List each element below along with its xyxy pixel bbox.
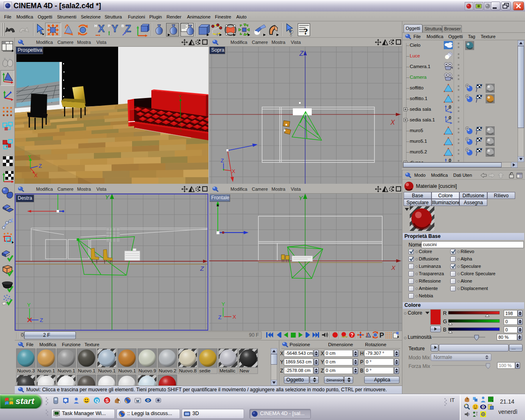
- svg-text:Metallic: Metallic: [219, 368, 235, 373]
- svg-text:Nuovo.1: Nuovo.1: [58, 368, 75, 373]
- svg-text:X: X: [34, 172, 38, 178]
- svg-text:sedie: sedie: [199, 368, 211, 373]
- svg-text:?: ?: [304, 26, 308, 36]
- svg-text:X: X: [233, 314, 236, 320]
- svg-text:Nuovo.1: Nuovo.1: [78, 368, 96, 373]
- svg-text:Z: Z: [39, 163, 42, 169]
- svg-text:0: 0: [449, 116, 451, 120]
- svg-text:S: S: [105, 398, 109, 404]
- svg-text:Z: Z: [125, 23, 131, 34]
- svg-text:Q: Q: [95, 398, 99, 404]
- svg-text:Nuovo.1: Nuovo.1: [98, 368, 116, 373]
- svg-text:Nuovo.1: Nuovo.1: [37, 368, 55, 373]
- svg-text:X: X: [391, 264, 396, 271]
- svg-text:Y: Y: [28, 154, 31, 159]
- svg-text:?: ?: [351, 332, 354, 338]
- svg-text:P: P: [379, 331, 384, 339]
- svg-text:?: ?: [289, 29, 293, 37]
- svg-text:B: B: [121, 24, 124, 28]
- svg-text:Nuovo.8: Nuovo.8: [179, 368, 196, 373]
- svg-text:X: X: [390, 119, 395, 126]
- svg-text:Y: Y: [299, 194, 303, 201]
- svg-text:Y: Y: [112, 23, 118, 34]
- svg-text:M: M: [136, 399, 139, 403]
- svg-text:Nuovo.9: Nuovo.9: [139, 368, 156, 373]
- svg-text:H: H: [94, 24, 97, 28]
- svg-text:Y: Y: [179, 94, 181, 98]
- svg-text:X: X: [98, 23, 105, 34]
- svg-text:X: X: [232, 168, 235, 174]
- svg-text:Nuovo.3: Nuovo.3: [17, 368, 35, 373]
- svg-text:0: 0: [449, 105, 451, 110]
- svg-text:Nuovo.2: Nuovo.2: [159, 368, 176, 373]
- svg-text:Nuovo.1: Nuovo.1: [119, 368, 136, 373]
- svg-text:Z: Z: [218, 314, 221, 320]
- svg-text:Z: Z: [221, 158, 224, 164]
- svg-text:Y: Y: [221, 301, 225, 307]
- svg-text:New: New: [240, 368, 249, 373]
- svg-text:P: P: [108, 24, 110, 28]
- svg-text:Z: Z: [299, 50, 304, 57]
